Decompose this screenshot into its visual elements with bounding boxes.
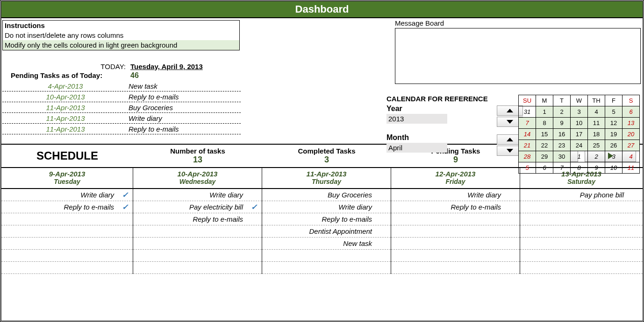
schedule-task-cell[interactable]: Write diary [262,201,391,213]
schedule-task-cell[interactable] [1,213,133,225]
cal-day[interactable]: 10 [605,162,623,174]
cal-day[interactable]: 6 [536,162,553,174]
schedule-date: 10-Apr-2013 [133,170,262,178]
cal-day[interactable]: 7 [553,162,571,174]
schedule-task-cell[interactable]: Write diary [133,189,262,201]
cal-day[interactable]: 5 [605,106,623,118]
schedule-task-cell[interactable] [262,250,391,262]
schedule-task-cell[interactable] [391,225,520,238]
schedule-label: SCHEDULE [1,149,133,162]
schedule-task-cell[interactable] [391,250,520,262]
cal-day[interactable]: 9 [588,162,605,174]
schedule-task-cell[interactable] [133,225,262,238]
cal-day[interactable]: 28 [519,151,536,162]
today-value: Tuesday, April 9, 2013 [130,63,203,70]
schedule-task-cell[interactable]: Write diary✓ [1,189,133,201]
schedule-task-cell[interactable]: Reply to e-mails✓ [1,201,133,213]
month-value[interactable]: April [386,143,447,153]
schedule-task-cell[interactable] [1,250,133,262]
cal-day[interactable]: 1 [536,106,553,118]
schedule-task-cell[interactable] [133,238,262,250]
schedule-task-cell[interactable] [1,238,133,250]
cal-day[interactable]: 21 [519,140,536,151]
schedule-task-cell[interactable] [133,262,262,274]
cal-day[interactable]: 27 [623,140,640,151]
schedule-task-text: Dentist Appointment [309,227,372,235]
cal-day[interactable]: 4 [588,106,605,118]
cal-day[interactable]: 7 [519,118,536,129]
schedule-task-cell[interactable] [391,213,520,225]
schedule-task-cell[interactable]: Reply to e-mails [133,213,262,225]
schedule-day: Thursday [262,178,391,185]
cal-day[interactable]: 11 [588,118,605,129]
schedule-task-cell[interactable]: Reply to e-mails [391,201,520,213]
cal-day[interactable]: 26 [605,140,623,151]
cal-day[interactable]: 1 [571,151,588,162]
schedule-column: 13-Apr-2013SaturdayPay phone bill [520,168,643,274]
schedule-task-cell[interactable] [520,250,643,262]
cal-day[interactable]: 31 [519,106,536,118]
cal-header: M [536,95,553,106]
cal-day[interactable]: 24 [571,140,588,151]
cal-day[interactable]: 11 [623,162,640,174]
cal-day[interactable]: 9 [553,118,571,129]
cal-day[interactable]: 20 [623,129,640,140]
cal-day[interactable]: 19 [605,129,623,140]
cal-day[interactable]: 8 [571,162,588,174]
cal-day[interactable]: 30 [553,151,571,162]
schedule-task-cell[interactable] [1,262,133,274]
schedule-grid: 9-Apr-2013TuesdayWrite diary✓Reply to e-… [1,168,643,274]
num-tasks-label: Number of tasks [133,147,262,155]
cal-day[interactable]: 17 [571,129,588,140]
schedule-task-cell[interactable] [520,238,643,250]
schedule-task-cell[interactable] [1,225,133,238]
cal-header: TH [588,95,605,106]
schedule-task-cell[interactable] [133,250,262,262]
cal-day[interactable]: 8 [536,118,553,129]
cal-day[interactable]: 15 [536,129,553,140]
schedule-task-cell[interactable] [520,201,643,213]
cal-day[interactable]: 16 [553,129,571,140]
cal-day[interactable]: 3 [605,151,623,162]
cal-day[interactable]: 4 [623,151,640,162]
cal-day[interactable]: 3 [571,106,588,118]
schedule-day: Friday [391,178,520,185]
schedule-task-cell[interactable] [520,225,643,238]
message-board-box[interactable] [395,28,641,84]
schedule-task-cell[interactable]: Buy Groceries [262,189,391,201]
cal-day[interactable]: 14 [519,129,536,140]
schedule-task-cell[interactable] [391,238,520,250]
cal-day[interactable]: 22 [536,140,553,151]
cal-day[interactable]: 2 [553,106,571,118]
month-label: Month [386,133,494,142]
schedule-task-cell[interactable]: Pay phone bill [520,189,643,201]
schedule-task-cell[interactable] [520,213,643,225]
year-value[interactable]: 2013 [386,114,447,124]
cal-day[interactable]: 25 [588,140,605,151]
schedule-task-cell[interactable] [262,262,391,274]
schedule-task-cell[interactable]: New task [262,238,391,250]
pending-task-name: Write diary [129,114,241,122]
today-label: TODAY: [6,63,130,70]
cal-day[interactable]: 29 [536,151,553,162]
schedule-task-cell[interactable] [391,262,520,274]
pending-task-name: New task [129,82,241,90]
cal-day[interactable]: 6 [623,106,640,118]
schedule-task-text: Write diary [467,191,501,199]
cal-day[interactable]: 12 [605,118,623,129]
cal-day[interactable]: 13 [623,118,640,129]
cal-day[interactable]: 10 [571,118,588,129]
schedule-task-text: Write diary [338,203,372,211]
schedule-date: 12-Apr-2013 [391,170,520,178]
pending-task-name: Reply to e-mails [129,125,241,133]
schedule-task-cell[interactable]: Pay electricity bill✓ [133,201,262,213]
schedule-task-cell[interactable]: Write diary [391,189,520,201]
cal-day[interactable]: 23 [553,140,571,151]
schedule-task-cell[interactable]: Dentist Appointment [262,225,391,238]
schedule-task-text: Write diary [209,191,243,199]
schedule-task-cell[interactable] [520,262,643,274]
schedule-task-cell[interactable]: Reply to e-mails [262,213,391,225]
cal-day[interactable]: 5 [519,162,536,174]
cal-day[interactable]: 18 [588,129,605,140]
cal-day[interactable]: 2 [588,151,605,162]
